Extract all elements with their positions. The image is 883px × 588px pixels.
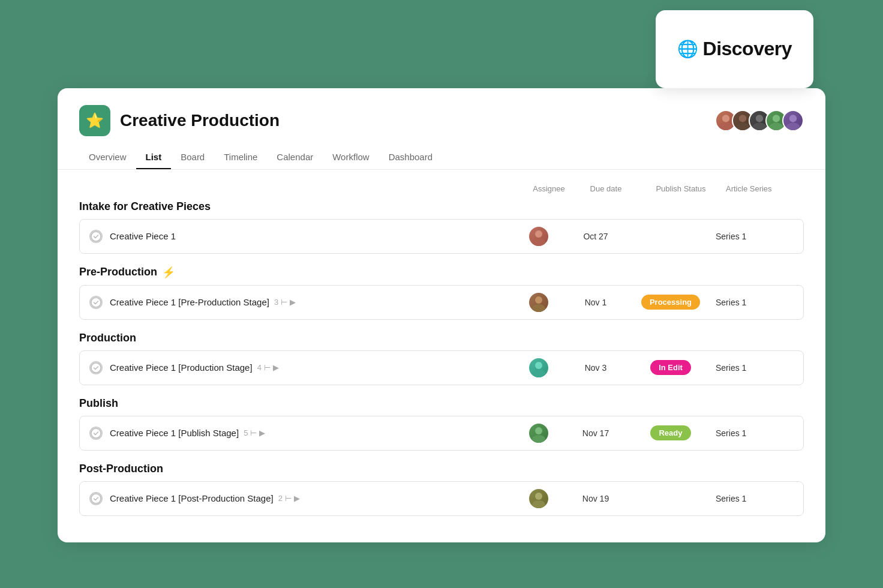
table-row[interactable]: Creative Piece 1 [Production Stage] 4 ⊢ … <box>79 350 804 385</box>
svg-point-10 <box>91 232 101 241</box>
subtask-icon: ⊢ <box>264 363 271 372</box>
assignee-cell <box>512 424 566 443</box>
article-series-cell: Series 1 <box>716 428 794 438</box>
content: Assignee Due date Publish Status Article… <box>58 170 825 542</box>
task-name: Creative Piece 1 [Production Stage] 4 ⊢ … <box>110 362 512 373</box>
col-header-assignee: Assignee <box>522 184 576 193</box>
tab-workflow[interactable]: Workflow <box>323 146 379 169</box>
subtask-icon: ⊢ <box>285 494 292 503</box>
status-cell: In Edit <box>626 360 716 375</box>
task-name: Creative Piece 1 [Publish Stage] 5 ⊢ ▶ <box>110 428 512 438</box>
task-name: Creative Piece 1 <box>110 231 512 241</box>
svg-point-8 <box>789 115 797 122</box>
tab-calendar[interactable]: Calendar <box>267 146 323 169</box>
task-meta: 4 ⊢ ▶ <box>257 363 279 372</box>
status-badge: In Edit <box>650 360 691 375</box>
expand-icon: ▶ <box>273 363 279 372</box>
section-intake: Intake for Creative Pieces Creative Piec… <box>79 200 804 254</box>
due-date-cell: Nov 1 <box>566 298 626 307</box>
task-check-icon <box>89 361 103 374</box>
svg-point-24 <box>532 500 545 508</box>
expand-icon: ▶ <box>259 428 265 437</box>
avatar <box>529 489 548 508</box>
task-check-icon <box>89 427 103 440</box>
project-title: Creative Production <box>120 111 280 130</box>
due-date-cell: Nov 3 <box>566 363 626 373</box>
svg-point-17 <box>535 362 542 369</box>
task-meta: 3 ⊢ ▶ <box>274 298 296 307</box>
discovery-label: Discovery <box>703 38 792 60</box>
section-publish: Publish Creative Piece 1 [Publish Stage]… <box>79 397 804 451</box>
task-check-icon <box>89 492 103 505</box>
expand-icon: ▶ <box>290 298 296 307</box>
table-row[interactable]: Creative Piece 1 [Post-Production Stage]… <box>79 481 804 516</box>
status-badge: Ready <box>650 425 690 440</box>
section-title-post-production: Post-Production <box>79 463 804 475</box>
col-header-status: Publish Status <box>636 184 726 193</box>
discovery-card: 🌐 Discovery <box>656 10 813 88</box>
status-cell: Ready <box>626 425 716 440</box>
status-badge: Processing <box>641 295 700 310</box>
svg-point-7 <box>769 122 783 131</box>
subtask-icon: ⊢ <box>281 298 287 307</box>
task-check-icon <box>89 230 103 243</box>
avatar <box>529 227 548 246</box>
svg-point-11 <box>535 230 542 238</box>
svg-point-18 <box>532 370 545 377</box>
subtask-icon: ⊢ <box>250 428 257 437</box>
col-header-article: Article Series <box>726 184 804 193</box>
avatar <box>529 293 548 312</box>
svg-point-2 <box>739 115 746 122</box>
svg-point-19 <box>91 428 101 438</box>
col-header-duedate: Due date <box>576 184 636 193</box>
article-series-cell: Series 1 <box>716 363 794 373</box>
task-name: Creative Piece 1 [Post-Production Stage]… <box>110 493 512 503</box>
section-production: Production Creative Piece 1 [Production … <box>79 332 804 385</box>
section-title-publish: Publish <box>79 397 804 410</box>
nav-tabs: Overview List Board Timeline Calendar Wo… <box>79 146 804 169</box>
svg-point-23 <box>535 493 542 500</box>
task-name: Creative Piece 1 [Pre-Production Stage] … <box>110 297 512 307</box>
svg-point-0 <box>722 115 729 122</box>
header: ⭐ Creative Production <box>58 88 825 170</box>
discovery-globe-icon: 🌐 <box>677 39 698 59</box>
app-icon: ⭐ <box>79 105 110 136</box>
svg-point-16 <box>91 363 101 373</box>
svg-point-21 <box>532 435 545 443</box>
svg-point-4 <box>756 115 763 122</box>
task-meta: 2 ⊢ ▶ <box>278 494 300 503</box>
avatar <box>782 110 804 131</box>
table-row[interactable]: Creative Piece 1 [Pre-Production Stage] … <box>79 285 804 320</box>
table-row[interactable]: Creative Piece 1 Oct 27 Series 1 <box>79 219 804 254</box>
expand-icon: ▶ <box>294 494 300 503</box>
page-wrapper: 🌐 Discovery ⭐ Creative Production <box>58 46 825 542</box>
svg-point-13 <box>91 298 101 307</box>
tab-dashboard[interactable]: Dashboard <box>379 146 442 169</box>
article-series-cell: Series 1 <box>716 232 794 241</box>
tab-board[interactable]: Board <box>171 146 214 169</box>
table-row[interactable]: Creative Piece 1 [Publish Stage] 5 ⊢ ▶ N… <box>79 416 804 451</box>
svg-point-15 <box>532 304 545 312</box>
avatar <box>529 358 548 377</box>
svg-point-12 <box>532 238 545 246</box>
assignee-cell <box>512 358 566 377</box>
due-date-cell: Nov 17 <box>566 428 626 438</box>
article-series-cell: Series 1 <box>716 298 794 307</box>
header-top: ⭐ Creative Production <box>79 105 804 136</box>
article-series-cell: Series 1 <box>716 494 794 503</box>
tab-overview[interactable]: Overview <box>79 146 136 169</box>
svg-point-1 <box>719 122 732 131</box>
svg-point-5 <box>752 122 766 131</box>
table-column-headers: Assignee Due date Publish Status Article… <box>79 184 804 198</box>
section-title-intake: Intake for Creative Pieces <box>79 200 804 213</box>
assignee-cell <box>512 227 566 246</box>
status-cell: Processing <box>626 295 716 310</box>
svg-point-3 <box>735 122 749 131</box>
tab-timeline[interactable]: Timeline <box>214 146 267 169</box>
header-left: ⭐ Creative Production <box>79 105 280 136</box>
svg-point-14 <box>535 296 542 304</box>
tab-list[interactable]: List <box>136 146 172 169</box>
svg-point-9 <box>786 122 800 131</box>
assignee-cell <box>512 293 566 312</box>
avatar <box>529 424 548 443</box>
